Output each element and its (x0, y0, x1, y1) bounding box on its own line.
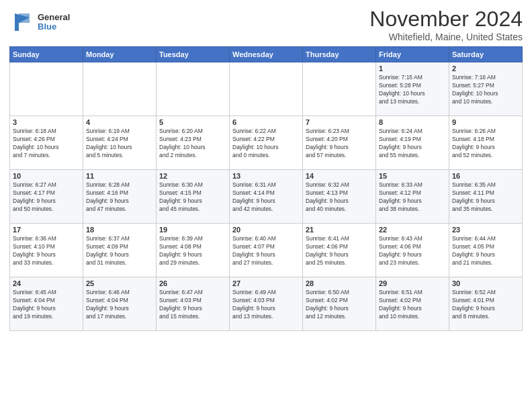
day-number: 19 (159, 226, 226, 234)
calendar-table: Sunday Monday Tuesday Wednesday Thursday… (9, 46, 523, 331)
cell-1-4: 7Sunrise: 6:23 AM Sunset: 4:20 PM Daylig… (303, 116, 376, 170)
day-detail: Sunrise: 7:16 AM Sunset: 5:27 PM Dayligh… (452, 74, 519, 106)
day-detail: Sunrise: 6:36 AM Sunset: 4:10 PM Dayligh… (13, 235, 80, 267)
day-detail: Sunrise: 6:37 AM Sunset: 4:09 PM Dayligh… (86, 235, 153, 267)
day-detail: Sunrise: 6:46 AM Sunset: 4:04 PM Dayligh… (86, 289, 153, 321)
day-detail: Sunrise: 6:52 AM Sunset: 4:01 PM Dayligh… (452, 289, 519, 321)
cell-2-5: 15Sunrise: 6:33 AM Sunset: 4:12 PM Dayli… (376, 170, 449, 224)
day-number: 15 (379, 172, 446, 180)
day-number: 28 (306, 279, 373, 287)
day-number: 6 (232, 118, 300, 126)
cell-4-0: 24Sunrise: 6:45 AM Sunset: 4:04 PM Dayli… (10, 277, 83, 331)
day-detail: Sunrise: 6:32 AM Sunset: 4:13 PM Dayligh… (306, 181, 373, 214)
cell-4-5: 29Sunrise: 6:51 AM Sunset: 4:02 PM Dayli… (376, 277, 449, 331)
week-row-0: 1Sunrise: 7:15 AM Sunset: 5:28 PM Daylig… (10, 62, 523, 116)
cell-4-2: 26Sunrise: 6:47 AM Sunset: 4:03 PM Dayli… (157, 277, 230, 331)
day-detail: Sunrise: 6:50 AM Sunset: 4:02 PM Dayligh… (306, 289, 373, 321)
day-number: 13 (232, 172, 300, 180)
cell-2-1: 11Sunrise: 6:28 AM Sunset: 4:16 PM Dayli… (83, 170, 157, 224)
cell-1-2: 5Sunrise: 6:20 AM Sunset: 4:23 PM Daylig… (157, 116, 230, 170)
day-detail: Sunrise: 6:51 AM Sunset: 4:02 PM Dayligh… (379, 289, 446, 321)
cell-0-5: 1Sunrise: 7:15 AM Sunset: 5:28 PM Daylig… (376, 62, 449, 116)
svg-marker-2 (19, 13, 30, 23)
day-detail: Sunrise: 6:27 AM Sunset: 4:17 PM Dayligh… (13, 181, 80, 214)
header-wednesday: Wednesday (230, 47, 303, 62)
cell-0-3 (230, 62, 303, 116)
day-detail: Sunrise: 6:44 AM Sunset: 4:05 PM Dayligh… (452, 235, 519, 267)
day-number: 12 (159, 172, 226, 180)
day-detail: Sunrise: 6:35 AM Sunset: 4:11 PM Dayligh… (452, 181, 519, 214)
calendar-header: Sunday Monday Tuesday Wednesday Thursday… (10, 47, 523, 62)
day-detail: Sunrise: 6:47 AM Sunset: 4:03 PM Dayligh… (159, 289, 226, 321)
day-detail: Sunrise: 6:49 AM Sunset: 4:03 PM Dayligh… (232, 289, 300, 321)
header-friday: Friday (376, 47, 449, 62)
cell-2-4: 14Sunrise: 6:32 AM Sunset: 4:13 PM Dayli… (303, 170, 376, 224)
week-row-4: 24Sunrise: 6:45 AM Sunset: 4:04 PM Dayli… (10, 277, 523, 331)
day-number: 8 (379, 118, 446, 126)
cell-3-1: 18Sunrise: 6:37 AM Sunset: 4:09 PM Dayli… (83, 224, 157, 277)
day-number: 29 (379, 279, 446, 287)
logo: General Blue (9, 9, 70, 35)
day-detail: Sunrise: 6:26 AM Sunset: 4:18 PM Dayligh… (452, 128, 519, 160)
cell-1-6: 9Sunrise: 6:26 AM Sunset: 4:18 PM Daylig… (449, 116, 523, 170)
cell-3-0: 17Sunrise: 6:36 AM Sunset: 4:10 PM Dayli… (10, 224, 83, 277)
day-number: 24 (13, 279, 80, 287)
cell-4-4: 28Sunrise: 6:50 AM Sunset: 4:02 PM Dayli… (303, 277, 376, 331)
day-number: 5 (159, 118, 226, 126)
header-tuesday: Tuesday (157, 47, 230, 62)
week-row-2: 10Sunrise: 6:27 AM Sunset: 4:17 PM Dayli… (10, 170, 523, 224)
day-detail: Sunrise: 6:41 AM Sunset: 4:06 PM Dayligh… (306, 235, 373, 267)
day-detail: Sunrise: 6:18 AM Sunset: 4:26 PM Dayligh… (13, 128, 80, 160)
day-detail: Sunrise: 6:45 AM Sunset: 4:04 PM Dayligh… (13, 289, 80, 321)
logo-blue-text: Blue (38, 22, 70, 32)
cell-2-6: 16Sunrise: 6:35 AM Sunset: 4:11 PM Dayli… (449, 170, 523, 224)
day-number: 14 (306, 172, 373, 180)
cell-2-3: 13Sunrise: 6:31 AM Sunset: 4:14 PM Dayli… (230, 170, 303, 224)
day-detail: Sunrise: 6:31 AM Sunset: 4:14 PM Dayligh… (232, 181, 300, 214)
day-number: 20 (232, 226, 300, 234)
cell-3-5: 22Sunrise: 6:43 AM Sunset: 4:06 PM Dayli… (376, 224, 449, 277)
cell-4-1: 25Sunrise: 6:46 AM Sunset: 4:04 PM Dayli… (83, 277, 157, 331)
cell-2-2: 12Sunrise: 6:30 AM Sunset: 4:15 PM Dayli… (157, 170, 230, 224)
title-location: Whitefield, Maine, United States (369, 32, 523, 42)
day-number: 26 (159, 279, 226, 287)
cell-1-3: 6Sunrise: 6:22 AM Sunset: 4:22 PM Daylig… (230, 116, 303, 170)
day-number: 21 (306, 226, 373, 234)
week-row-1: 3Sunrise: 6:18 AM Sunset: 4:26 PM Daylig… (10, 116, 523, 170)
day-number: 16 (452, 172, 519, 180)
cell-2-0: 10Sunrise: 6:27 AM Sunset: 4:17 PM Dayli… (10, 170, 83, 224)
day-detail: Sunrise: 6:39 AM Sunset: 4:08 PM Dayligh… (159, 235, 226, 267)
cell-4-3: 27Sunrise: 6:49 AM Sunset: 4:03 PM Dayli… (230, 277, 303, 331)
logo-general-text: General (38, 13, 70, 22)
day-detail: Sunrise: 6:20 AM Sunset: 4:23 PM Dayligh… (159, 128, 226, 160)
day-number: 1 (379, 64, 446, 73)
day-detail: Sunrise: 6:22 AM Sunset: 4:22 PM Dayligh… (232, 128, 300, 160)
header-sunday: Sunday (10, 47, 83, 62)
day-number: 25 (86, 279, 153, 287)
calendar-body: 1Sunrise: 7:15 AM Sunset: 5:28 PM Daylig… (10, 62, 523, 331)
day-number: 3 (13, 118, 80, 126)
logo-icon (9, 9, 35, 35)
cell-0-4 (303, 62, 376, 116)
cell-3-6: 23Sunrise: 6:44 AM Sunset: 4:05 PM Dayli… (449, 224, 523, 277)
header-thursday: Thursday (303, 47, 376, 62)
day-detail: Sunrise: 7:15 AM Sunset: 5:28 PM Dayligh… (379, 74, 446, 106)
day-number: 4 (86, 118, 153, 126)
day-number: 18 (86, 226, 153, 234)
header-saturday: Saturday (449, 47, 523, 62)
title-month: November 2024 (369, 7, 523, 32)
day-number: 9 (452, 118, 519, 126)
weekday-row: Sunday Monday Tuesday Wednesday Thursday… (10, 47, 523, 62)
cell-0-6: 2Sunrise: 7:16 AM Sunset: 5:27 PM Daylig… (449, 62, 523, 116)
day-number: 11 (86, 172, 153, 180)
header-monday: Monday (83, 47, 157, 62)
day-number: 10 (13, 172, 80, 180)
page: General Blue November 2024 Whitefield, M… (0, 0, 532, 411)
day-number: 30 (452, 279, 519, 287)
day-number: 7 (306, 118, 373, 126)
logo-text: General Blue (38, 13, 70, 32)
cell-0-2 (157, 62, 230, 116)
day-number: 17 (13, 226, 80, 234)
day-number: 2 (452, 64, 519, 73)
cell-3-3: 20Sunrise: 6:40 AM Sunset: 4:07 PM Dayli… (230, 224, 303, 277)
